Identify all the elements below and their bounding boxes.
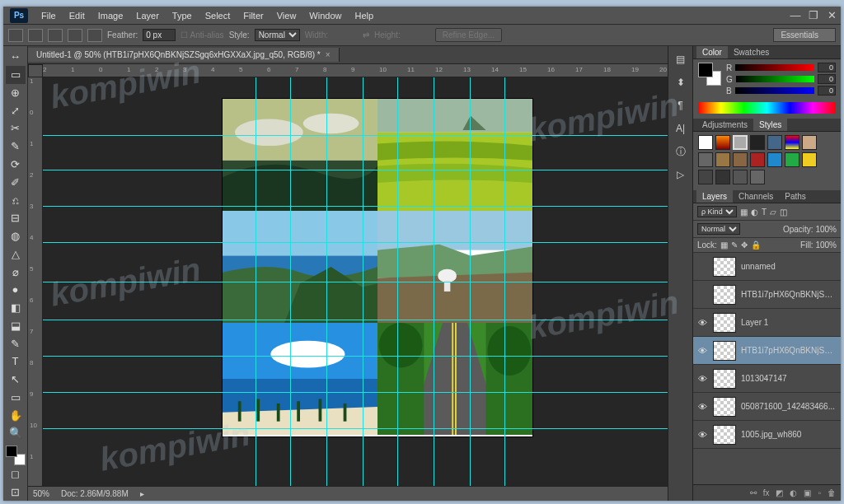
guide-vertical[interactable] xyxy=(290,77,291,486)
tool-3[interactable]: ⤢ xyxy=(6,101,26,119)
layer-row[interactable]: 👁050871600_142483466... xyxy=(693,393,841,421)
tool-19[interactable]: ▭ xyxy=(6,389,26,407)
g-slider[interactable] xyxy=(736,76,814,82)
tool-11[interactable]: △ xyxy=(6,245,26,263)
style-swatch[interactable] xyxy=(802,135,817,150)
marquee-col-icon[interactable] xyxy=(87,29,102,42)
guide-vertical[interactable] xyxy=(326,77,327,486)
tool-2[interactable]: ⊕ xyxy=(6,84,26,102)
style-swatch[interactable] xyxy=(715,170,730,184)
style-swatch[interactable] xyxy=(698,135,713,150)
style-swatch[interactable] xyxy=(785,135,799,150)
marquee-row-icon[interactable] xyxy=(68,29,82,42)
guide-horizontal[interactable] xyxy=(43,320,668,320)
blend-mode-select[interactable]: Normal xyxy=(697,223,740,235)
guide-horizontal[interactable] xyxy=(43,206,668,207)
marquee-rect-icon[interactable] xyxy=(28,29,43,42)
ruler-horizontal[interactable]: 21012345678910111213141516171819202 xyxy=(43,64,668,77)
screenmode-icon[interactable]: ⊡ xyxy=(6,483,26,501)
visibility-icon[interactable]: 👁 xyxy=(696,402,708,412)
layer-row[interactable]: unnamed xyxy=(693,253,841,281)
guide-vertical[interactable] xyxy=(504,77,505,486)
tab-adjustments[interactable]: Adjustments xyxy=(696,119,753,131)
menu-filter[interactable]: Filter xyxy=(237,11,270,21)
style-swatch[interactable] xyxy=(698,152,713,167)
close-tab-icon[interactable]: × xyxy=(326,50,331,59)
lock-transparency-icon[interactable]: ▦ xyxy=(720,240,728,250)
ruler-vertical[interactable]: 10123456789101 xyxy=(28,77,43,486)
style-swatch[interactable] xyxy=(733,152,748,167)
guide-horizontal[interactable] xyxy=(43,135,668,136)
layer-thumbnail[interactable] xyxy=(713,369,736,389)
tool-8[interactable]: ⎌ xyxy=(6,191,26,209)
fill-adj-icon[interactable]: ◐ xyxy=(790,488,797,497)
b-slider[interactable] xyxy=(735,87,814,94)
history-icon[interactable]: ▤ xyxy=(672,51,690,68)
g-input[interactable] xyxy=(818,74,836,84)
layer-thumbnail[interactable] xyxy=(713,257,736,277)
tab-styles[interactable]: Styles xyxy=(753,119,787,131)
fx-icon[interactable]: fx xyxy=(763,488,770,497)
menu-view[interactable]: View xyxy=(270,11,303,21)
app-logo[interactable]: Ps xyxy=(10,8,28,23)
quickmask-icon[interactable]: ◻ xyxy=(6,465,26,483)
style-swatch[interactable] xyxy=(733,170,748,184)
tool-13[interactable]: ● xyxy=(6,281,26,299)
tool-10[interactable]: ◍ xyxy=(6,227,26,245)
style-swatch[interactable] xyxy=(698,170,713,184)
guide-vertical[interactable] xyxy=(470,77,471,486)
properties-icon[interactable]: ⬍ xyxy=(672,74,690,91)
info-icon[interactable]: ⓘ xyxy=(672,143,690,160)
tool-17[interactable]: T xyxy=(6,352,26,371)
lock-all-icon[interactable]: 🔒 xyxy=(751,240,761,250)
layer-filter-select[interactable]: ρ Kind xyxy=(697,206,737,217)
tool-18[interactable]: ↖ xyxy=(6,371,26,389)
layer-row[interactable]: 👁HTB1i7pHX6QnBKNjSZS... xyxy=(693,337,841,365)
lock-position-icon[interactable]: ✥ xyxy=(741,240,748,250)
tool-6[interactable]: ⟳ xyxy=(6,156,26,174)
tool-5[interactable]: ✎ xyxy=(6,138,26,156)
style-swatch[interactable] xyxy=(767,135,782,150)
new-layer-icon[interactable]: ▫ xyxy=(818,488,821,497)
workspace-selector[interactable]: Essentials xyxy=(773,28,836,42)
menu-help[interactable]: Help xyxy=(348,11,380,21)
layer-thumbnail[interactable] xyxy=(713,313,736,333)
filter-shape-icon[interactable]: ▱ xyxy=(770,208,776,217)
style-swatch[interactable] xyxy=(733,135,748,150)
fill-value[interactable]: 100% xyxy=(815,240,837,250)
tool-9[interactable]: ⊟ xyxy=(6,209,26,227)
guide-horizontal[interactable] xyxy=(43,356,668,357)
layer-thumbnail[interactable] xyxy=(713,425,736,445)
color-swatch[interactable] xyxy=(698,63,721,86)
menu-image[interactable]: Image xyxy=(91,11,130,21)
filter-smart-icon[interactable]: ◫ xyxy=(780,208,787,217)
tool-preset-icon[interactable] xyxy=(8,29,23,42)
menu-layer[interactable]: Layer xyxy=(129,11,166,21)
tool-0[interactable]: ↔ xyxy=(6,48,26,66)
tab-color[interactable]: Color xyxy=(696,46,728,58)
r-slider[interactable] xyxy=(735,64,814,71)
style-swatch[interactable] xyxy=(715,135,730,150)
guide-vertical[interactable] xyxy=(363,77,363,486)
filter-type-icon[interactable]: T xyxy=(762,208,767,217)
minimize-button[interactable]: — xyxy=(786,9,804,21)
guide-vertical[interactable] xyxy=(434,77,434,486)
feather-input[interactable] xyxy=(143,29,176,41)
visibility-icon[interactable]: 👁 xyxy=(696,430,708,440)
guide-horizontal[interactable] xyxy=(43,242,668,243)
tool-14[interactable]: ◧ xyxy=(6,299,26,317)
layer-row[interactable]: HTB1i7pHX6QnBKNjSZS... xyxy=(693,281,841,309)
visibility-icon[interactable]: 👁 xyxy=(696,346,708,356)
tool-4[interactable]: ✂ xyxy=(6,119,26,138)
foreground-background-swatch[interactable] xyxy=(6,446,26,465)
tool-20[interactable]: ✋ xyxy=(6,406,26,424)
mask-icon[interactable]: ◩ xyxy=(776,488,783,497)
lock-pixels-icon[interactable]: ✎ xyxy=(731,240,738,250)
guide-horizontal[interactable] xyxy=(43,282,668,282)
guide-vertical[interactable] xyxy=(256,77,256,486)
layer-thumbnail[interactable] xyxy=(713,341,736,361)
menu-edit[interactable]: Edit xyxy=(63,11,91,21)
menu-type[interactable]: Type xyxy=(166,11,199,21)
style-swatch[interactable] xyxy=(785,152,799,167)
tab-channels[interactable]: Channels xyxy=(733,190,779,203)
